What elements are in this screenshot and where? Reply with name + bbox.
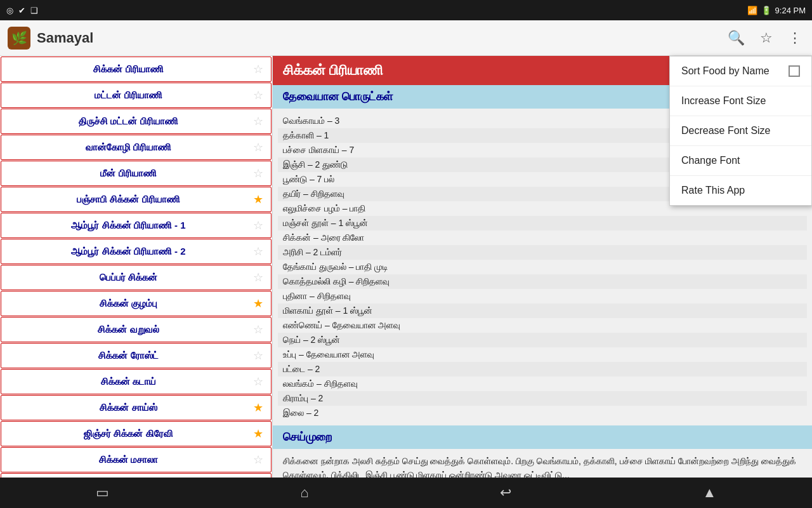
- food-item-name: சிக்கன் பிரியாணி: [9, 64, 248, 75]
- ingredient-item: கிராம்பு – 2: [278, 391, 807, 406]
- ingredient-item: இலை – 2: [283, 406, 802, 420]
- favorite-star-icon[interactable]: ☆: [253, 271, 263, 284]
- search-icon[interactable]: 🔍: [725, 27, 747, 49]
- list-item[interactable]: ஜிஞ்சர் சிக்கன் கிரேவி★: [1, 421, 272, 446]
- list-item[interactable]: சிக்கன் மசாலா☆: [1, 447, 272, 472]
- dropdown-menu-item[interactable]: Decrease Font Size: [670, 116, 811, 146]
- food-item-name: ஆம்பூர் சிக்கன் பிரியாணி - 2: [9, 246, 248, 257]
- list-item[interactable]: ஆம்பூர் சிக்கன் பிரியாணி - 1☆: [1, 213, 272, 238]
- food-item-name: சிக்கன் ரோஸ்ட்: [9, 350, 248, 361]
- favorite-star-icon[interactable]: ☆: [253, 244, 263, 258]
- list-item[interactable]: பஞ்சாபி சிக்கன் பிரியாணி★: [1, 187, 272, 212]
- dropdown-menu-item[interactable]: Rate This App: [670, 176, 811, 205]
- nav-back-icon[interactable]: ↩: [500, 485, 511, 501]
- more-options-icon[interactable]: ⋮: [785, 27, 804, 49]
- list-item[interactable]: பெப்பர் சிக்கன்☆: [1, 265, 272, 290]
- favorite-star-icon[interactable]: ☆: [253, 62, 263, 76]
- status-left-icons: ◎ ✔ ❑: [6, 6, 38, 15]
- nav-bar: ▭ ⌂ ↩ ▲: [0, 478, 812, 508]
- favorite-star-icon[interactable]: ★: [253, 427, 263, 441]
- food-item-name: சிக்கன் மசாலா: [9, 454, 248, 465]
- ingredient-item: அரிசி – 2 டம்ளர்: [278, 245, 807, 260]
- favorite-star-icon[interactable]: ☆: [253, 453, 263, 467]
- wifi-icon: 📶: [747, 6, 757, 15]
- dropdown-menu-item[interactable]: Sort Food by Name: [670, 57, 811, 86]
- ingredient-item: கொத்தமல்லி கழி – சிறிதளவு: [278, 274, 807, 289]
- food-item-name: பஞ்சாபி சிக்கன் பிரியாணி: [9, 194, 248, 205]
- method-text: சிக்கனை நன்றாக அலசி சுத்தம் செய்து வைத்த…: [273, 449, 812, 478]
- food-item-name: சிக்கன் சாய்ஸ்: [9, 402, 248, 413]
- list-item[interactable]: ஆம்பூர் சிக்கன் பிரியாணி - 2☆: [1, 239, 272, 264]
- status-icon-1: ◎: [6, 6, 13, 15]
- ingredient-item: நெய் – 2 ஸ்பூன்: [278, 333, 807, 347]
- favorite-star-icon[interactable]: ☆: [253, 140, 263, 154]
- favorite-star-icon[interactable]: ★: [253, 401, 263, 415]
- ingredient-item: தேங்காய் துருவல் – பாதி முடி: [283, 260, 802, 274]
- favorite-star-icon[interactable]: ☆: [253, 349, 263, 363]
- list-item[interactable]: சிக்கன் சாய்ஸ்★: [1, 395, 272, 420]
- app-icon: 🌿: [8, 27, 30, 50]
- status-bar: ◎ ✔ ❑ 📶 🔋 9:24 PM: [0, 0, 812, 20]
- ingredient-item: எண்ணெய் – தேவையான அளவு: [283, 318, 802, 333]
- food-item-name: ஜிஞ்சர் சிக்கன் கிரேவி: [9, 428, 248, 439]
- dropdown-item-label: Change Font: [681, 155, 740, 166]
- battery-icon: 🔋: [761, 6, 771, 15]
- list-item[interactable]: சிக்கன் வறுவல்☆: [1, 317, 272, 342]
- list-item[interactable]: வான்கோழி பிரியாணி☆: [1, 135, 272, 160]
- ingredient-item: பட்டை – 2: [278, 362, 807, 377]
- list-item[interactable]: மட்டன் பிரியாணி☆: [1, 83, 272, 108]
- dropdown-item-label: Decrease Font Size: [681, 125, 771, 137]
- ingredient-item: புதினா – சிறிதளவு: [283, 289, 802, 304]
- app-bar: 🌿 Samayal 🔍 ☆ ⋮: [0, 20, 812, 56]
- list-item[interactable]: சிக்கன் கடாய்☆: [1, 369, 272, 394]
- food-item-name: மீன் பிரியாணி: [9, 168, 248, 179]
- ingredient-item: மிளகாய் தூள் – 1 ஸ்பூன்: [278, 304, 807, 318]
- nav-up-icon[interactable]: ▲: [702, 485, 716, 501]
- dropdown-menu-item[interactable]: Increase Font Size: [670, 86, 811, 116]
- food-item-name: பெப்பர் சிக்கன்: [9, 272, 248, 283]
- favorite-star-icon[interactable]: ★: [253, 192, 263, 206]
- dropdown-menu: Sort Food by NameIncrease Font SizeDecre…: [669, 56, 812, 206]
- food-item-name: திருச்சி மட்டன் பிரியாணி: [9, 116, 248, 127]
- ingredient-item: சிக்கன் – அரை கிலோ: [283, 231, 802, 245]
- dropdown-item-label: Sort Food by Name: [681, 65, 769, 77]
- ingredient-item: லவங்கம் – சிறிதளவு: [283, 377, 802, 391]
- list-item[interactable]: சிக்கன் சால்னா☆: [1, 473, 272, 478]
- favorite-star-icon[interactable]: ☆: [253, 218, 263, 232]
- status-icon-3: ❑: [30, 6, 38, 15]
- main-content: சிக்கன் பிரியாணி☆மட்டன் பிரியாணி☆திருச்ச…: [0, 56, 812, 478]
- food-item-name: ஆம்பூர் சிக்கன் பிரியாணி - 1: [9, 220, 248, 231]
- time-display: 9:24 PM: [775, 6, 806, 15]
- method-header: செய்முறை: [273, 425, 812, 449]
- dropdown-item-label: Rate This App: [681, 185, 745, 196]
- favorites-icon[interactable]: ☆: [757, 27, 775, 49]
- list-item[interactable]: சிக்கன் குழம்பு★: [1, 291, 272, 316]
- food-item-name: சிக்கன் வறுவல்: [9, 324, 248, 335]
- app-title: Samayal: [37, 30, 725, 46]
- food-item-name: வான்கோழி பிரியாணி: [9, 142, 248, 153]
- list-item[interactable]: சிக்கன் ரோஸ்ட்☆: [1, 343, 272, 368]
- favorite-star-icon[interactable]: ☆: [253, 114, 263, 128]
- list-item[interactable]: சிக்கன் பிரியாணி☆: [1, 57, 272, 82]
- nav-recents-icon[interactable]: ▭: [96, 485, 109, 501]
- app-bar-actions: 🔍 ☆ ⋮: [725, 27, 804, 49]
- status-icon-2: ✔: [18, 6, 25, 15]
- status-right-icons: 📶 🔋 9:24 PM: [747, 6, 806, 15]
- ingredient-item: மஞ்சள் தூள் – 1 ஸ்பூன்: [278, 216, 807, 231]
- list-item[interactable]: திருச்சி மட்டன் பிரியாணி☆: [1, 109, 272, 134]
- favorite-star-icon[interactable]: ☆: [253, 375, 263, 389]
- ingredient-item: உப்பு – தேவையான அளவு: [283, 347, 802, 362]
- food-item-name: சிக்கன் கடாய்: [9, 376, 248, 387]
- favorite-star-icon[interactable]: ☆: [253, 323, 263, 337]
- sort-checkbox[interactable]: [789, 65, 800, 77]
- food-list: சிக்கன் பிரியாணி☆மட்டன் பிரியாணி☆திருச்ச…: [0, 56, 273, 478]
- list-item[interactable]: மீன் பிரியாணி☆: [1, 161, 272, 186]
- dropdown-item-label: Increase Font Size: [681, 95, 766, 107]
- dropdown-menu-item[interactable]: Change Font: [670, 146, 811, 176]
- favorite-star-icon[interactable]: ☆: [253, 166, 263, 180]
- nav-home-icon[interactable]: ⌂: [300, 485, 308, 501]
- favorite-star-icon[interactable]: ☆: [253, 88, 263, 102]
- food-item-name: மட்டன் பிரியாணி: [9, 90, 248, 101]
- favorite-star-icon[interactable]: ★: [253, 297, 263, 311]
- food-item-name: சிக்கன் குழம்பு: [9, 298, 248, 309]
